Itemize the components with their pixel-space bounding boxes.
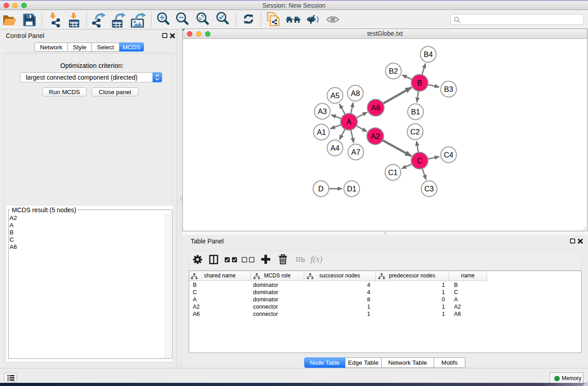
svg-text:A4: A4 xyxy=(330,144,339,152)
svg-text:B: B xyxy=(417,79,422,87)
svg-text:A5: A5 xyxy=(330,91,339,100)
svg-text:D: D xyxy=(318,185,324,193)
svg-text:A3: A3 xyxy=(318,107,327,115)
svg-text:A8: A8 xyxy=(351,89,360,97)
svg-text:A2: A2 xyxy=(371,132,380,140)
svg-text:A6: A6 xyxy=(371,104,380,112)
svg-text:B1: B1 xyxy=(411,108,420,116)
svg-text:A1: A1 xyxy=(317,128,326,136)
svg-text:C1: C1 xyxy=(388,168,397,176)
svg-text:C3: C3 xyxy=(424,185,434,193)
svg-text:C2: C2 xyxy=(410,128,420,136)
svg-text:D1: D1 xyxy=(347,185,356,193)
svg-text:B4: B4 xyxy=(424,50,433,58)
svg-text:C: C xyxy=(417,157,422,165)
svg-text:B3: B3 xyxy=(444,85,453,93)
svg-text:C4: C4 xyxy=(444,151,453,159)
svg-text:A: A xyxy=(346,118,351,126)
svg-text:B2: B2 xyxy=(389,67,398,75)
svg-text:A7: A7 xyxy=(351,148,360,156)
